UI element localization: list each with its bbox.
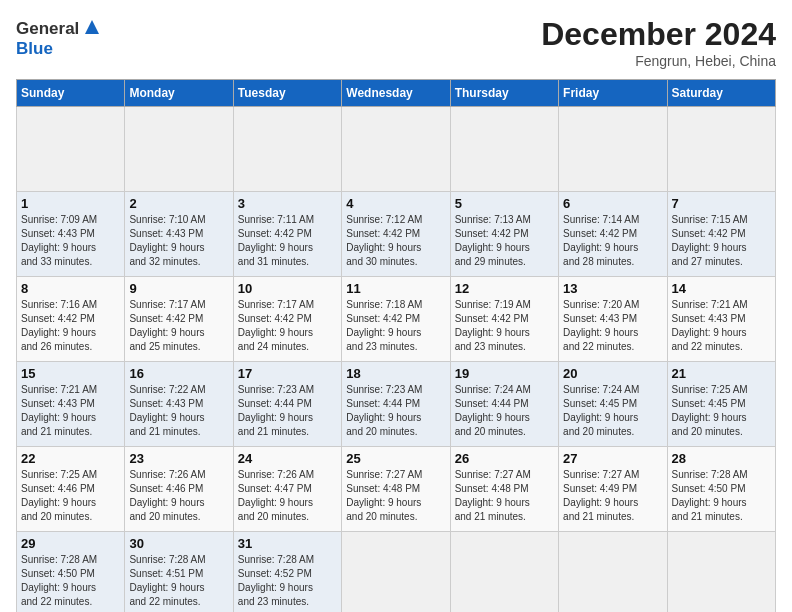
calendar-cell [559,107,667,192]
day-number: 20 [563,366,662,381]
day-info: Sunrise: 7:23 AM Sunset: 4:44 PM Dayligh… [346,383,445,439]
day-info: Sunrise: 7:21 AM Sunset: 4:43 PM Dayligh… [21,383,120,439]
day-number: 1 [21,196,120,211]
calendar-cell: 1Sunrise: 7:09 AM Sunset: 4:43 PM Daylig… [17,192,125,277]
calendar-cell: 9Sunrise: 7:17 AM Sunset: 4:42 PM Daylig… [125,277,233,362]
calendar-cell: 12Sunrise: 7:19 AM Sunset: 4:42 PM Dayli… [450,277,558,362]
day-info: Sunrise: 7:26 AM Sunset: 4:47 PM Dayligh… [238,468,337,524]
calendar-week-row: 15Sunrise: 7:21 AM Sunset: 4:43 PM Dayli… [17,362,776,447]
day-number: 31 [238,536,337,551]
calendar-cell [450,107,558,192]
day-header-friday: Friday [559,80,667,107]
day-number: 3 [238,196,337,211]
day-number: 21 [672,366,771,381]
day-header-thursday: Thursday [450,80,558,107]
day-info: Sunrise: 7:28 AM Sunset: 4:50 PM Dayligh… [672,468,771,524]
day-number: 25 [346,451,445,466]
day-info: Sunrise: 7:28 AM Sunset: 4:52 PM Dayligh… [238,553,337,609]
calendar-week-row [17,107,776,192]
day-number: 14 [672,281,771,296]
day-info: Sunrise: 7:18 AM Sunset: 4:42 PM Dayligh… [346,298,445,354]
calendar-cell: 22Sunrise: 7:25 AM Sunset: 4:46 PM Dayli… [17,447,125,532]
calendar-cell: 15Sunrise: 7:21 AM Sunset: 4:43 PM Dayli… [17,362,125,447]
day-number: 15 [21,366,120,381]
calendar-cell: 10Sunrise: 7:17 AM Sunset: 4:42 PM Dayli… [233,277,341,362]
day-header-sunday: Sunday [17,80,125,107]
day-number: 4 [346,196,445,211]
day-number: 7 [672,196,771,211]
day-info: Sunrise: 7:20 AM Sunset: 4:43 PM Dayligh… [563,298,662,354]
calendar-cell: 13Sunrise: 7:20 AM Sunset: 4:43 PM Dayli… [559,277,667,362]
day-info: Sunrise: 7:28 AM Sunset: 4:50 PM Dayligh… [21,553,120,609]
calendar-week-row: 1Sunrise: 7:09 AM Sunset: 4:43 PM Daylig… [17,192,776,277]
day-number: 28 [672,451,771,466]
day-number: 13 [563,281,662,296]
calendar-cell: 31Sunrise: 7:28 AM Sunset: 4:52 PM Dayli… [233,532,341,613]
day-number: 30 [129,536,228,551]
day-number: 11 [346,281,445,296]
day-number: 5 [455,196,554,211]
day-number: 24 [238,451,337,466]
day-number: 18 [346,366,445,381]
day-info: Sunrise: 7:27 AM Sunset: 4:48 PM Dayligh… [346,468,445,524]
calendar-cell: 19Sunrise: 7:24 AM Sunset: 4:44 PM Dayli… [450,362,558,447]
calendar-cell: 6Sunrise: 7:14 AM Sunset: 4:42 PM Daylig… [559,192,667,277]
day-number: 9 [129,281,228,296]
day-number: 12 [455,281,554,296]
day-info: Sunrise: 7:09 AM Sunset: 4:43 PM Dayligh… [21,213,120,269]
calendar-cell: 21Sunrise: 7:25 AM Sunset: 4:45 PM Dayli… [667,362,775,447]
day-number: 16 [129,366,228,381]
day-info: Sunrise: 7:24 AM Sunset: 4:44 PM Dayligh… [455,383,554,439]
calendar-cell: 14Sunrise: 7:21 AM Sunset: 4:43 PM Dayli… [667,277,775,362]
calendar-cell: 26Sunrise: 7:27 AM Sunset: 4:48 PM Dayli… [450,447,558,532]
day-info: Sunrise: 7:14 AM Sunset: 4:42 PM Dayligh… [563,213,662,269]
calendar-cell: 3Sunrise: 7:11 AM Sunset: 4:42 PM Daylig… [233,192,341,277]
calendar-cell: 23Sunrise: 7:26 AM Sunset: 4:46 PM Dayli… [125,447,233,532]
day-number: 10 [238,281,337,296]
day-number: 2 [129,196,228,211]
logo: General Blue [16,16,103,60]
calendar-cell: 17Sunrise: 7:23 AM Sunset: 4:44 PM Dayli… [233,362,341,447]
calendar-cell [667,532,775,613]
day-number: 8 [21,281,120,296]
day-info: Sunrise: 7:15 AM Sunset: 4:42 PM Dayligh… [672,213,771,269]
day-header-wednesday: Wednesday [342,80,450,107]
day-info: Sunrise: 7:27 AM Sunset: 4:49 PM Dayligh… [563,468,662,524]
day-number: 23 [129,451,228,466]
day-header-saturday: Saturday [667,80,775,107]
calendar-cell: 4Sunrise: 7:12 AM Sunset: 4:42 PM Daylig… [342,192,450,277]
calendar-cell: 18Sunrise: 7:23 AM Sunset: 4:44 PM Dayli… [342,362,450,447]
location-subtitle: Fengrun, Hebei, China [541,53,776,69]
calendar-cell: 30Sunrise: 7:28 AM Sunset: 4:51 PM Dayli… [125,532,233,613]
day-info: Sunrise: 7:26 AM Sunset: 4:46 PM Dayligh… [129,468,228,524]
day-info: Sunrise: 7:17 AM Sunset: 4:42 PM Dayligh… [238,298,337,354]
calendar-header-row: SundayMondayTuesdayWednesdayThursdayFrid… [17,80,776,107]
day-info: Sunrise: 7:17 AM Sunset: 4:42 PM Dayligh… [129,298,228,354]
day-number: 17 [238,366,337,381]
day-number: 22 [21,451,120,466]
day-info: Sunrise: 7:11 AM Sunset: 4:42 PM Dayligh… [238,213,337,269]
calendar-cell: 27Sunrise: 7:27 AM Sunset: 4:49 PM Dayli… [559,447,667,532]
day-header-tuesday: Tuesday [233,80,341,107]
calendar-cell: 29Sunrise: 7:28 AM Sunset: 4:50 PM Dayli… [17,532,125,613]
calendar-cell [342,107,450,192]
month-title: December 2024 [541,16,776,53]
calendar-cell: 8Sunrise: 7:16 AM Sunset: 4:42 PM Daylig… [17,277,125,362]
calendar-cell [125,107,233,192]
calendar-cell: 20Sunrise: 7:24 AM Sunset: 4:45 PM Dayli… [559,362,667,447]
calendar-cell [450,532,558,613]
day-number: 6 [563,196,662,211]
day-info: Sunrise: 7:23 AM Sunset: 4:44 PM Dayligh… [238,383,337,439]
day-info: Sunrise: 7:24 AM Sunset: 4:45 PM Dayligh… [563,383,662,439]
calendar-cell: 5Sunrise: 7:13 AM Sunset: 4:42 PM Daylig… [450,192,558,277]
calendar-table: SundayMondayTuesdayWednesdayThursdayFrid… [16,79,776,612]
calendar-cell: 16Sunrise: 7:22 AM Sunset: 4:43 PM Dayli… [125,362,233,447]
day-info: Sunrise: 7:27 AM Sunset: 4:48 PM Dayligh… [455,468,554,524]
calendar-cell: 24Sunrise: 7:26 AM Sunset: 4:47 PM Dayli… [233,447,341,532]
title-block: December 2024 Fengrun, Hebei, China [541,16,776,69]
calendar-week-row: 8Sunrise: 7:16 AM Sunset: 4:42 PM Daylig… [17,277,776,362]
day-header-monday: Monday [125,80,233,107]
day-info: Sunrise: 7:10 AM Sunset: 4:43 PM Dayligh… [129,213,228,269]
day-number: 29 [21,536,120,551]
svg-marker-0 [85,20,99,34]
